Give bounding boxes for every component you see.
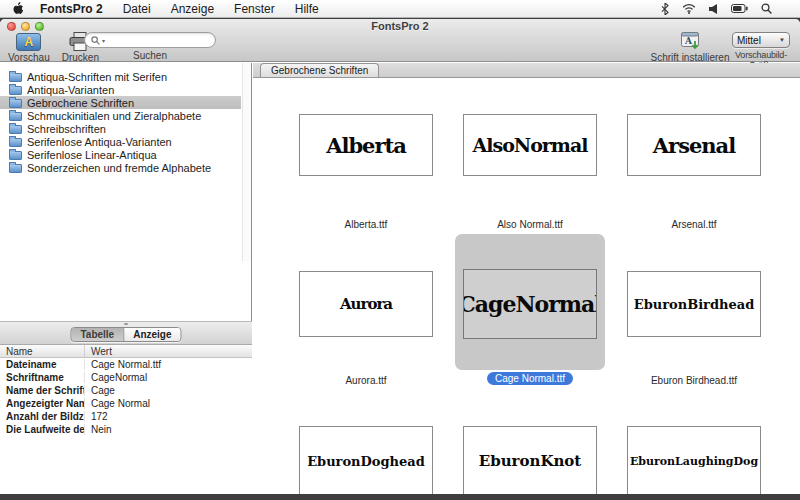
font-file-label: Arsenal.ttf — [627, 219, 761, 230]
font-card-eburondoghead[interactable]: EburonDoghead — [299, 426, 433, 494]
column-header-name[interactable]: Name — [0, 345, 85, 357]
sidebar-item-serifenlose-linear[interactable]: Serifenlose Linear-Antiqua — [0, 148, 241, 161]
bluetooth-icon[interactable] — [661, 3, 669, 15]
font-file-label: Also Normal.ttf — [463, 219, 597, 230]
menu-hilfe[interactable]: Hilfe — [295, 2, 319, 16]
folder-icon — [9, 164, 22, 173]
table-header-row: Name Wert — [0, 345, 252, 358]
column-header-wert[interactable]: Wert — [85, 345, 252, 357]
preview-size-value: Mittel — [737, 35, 761, 46]
property-value: 172 — [85, 411, 252, 422]
sidebar-item-serifenlose-antiqua[interactable]: Serifenlose Antiqua-Varianten — [0, 135, 241, 148]
font-preview-text: CageNormal — [463, 291, 597, 317]
font-file-label: Eburon Birdhead.ttf — [627, 375, 761, 386]
font-preview-text: EburonKnot — [479, 452, 582, 470]
window-content: Antiqua-Schriften mit Serifen Antiqua-Va… — [0, 63, 800, 494]
table-row: Anzahl der Bildz... 172 — [0, 410, 252, 423]
table-row: Schriftname CageNormal — [0, 371, 252, 384]
menu-anzeige[interactable]: Anzeige — [171, 2, 214, 16]
font-card-aurora[interactable]: Aurora — [299, 271, 433, 337]
font-preview-text: EburonBirdhead — [634, 297, 755, 312]
battery-icon[interactable] — [731, 4, 748, 13]
sidebar-item-label: Antiqua-Schriften mit Serifen — [27, 71, 167, 83]
font-card-eburonknot[interactable]: EburonKnot — [463, 426, 597, 494]
property-value: Cage — [85, 385, 252, 396]
tab-anzeige[interactable]: Anzeige — [124, 328, 180, 341]
table-row: Die Laufweite de... Nein — [0, 423, 252, 436]
property-name: Anzahl der Bildz... — [0, 411, 85, 422]
property-value: Cage Normal.ttf — [85, 359, 252, 370]
preview-button[interactable]: A Vorschau — [8, 32, 50, 63]
desktop: FontsPro 2 Datei Anzeige Fenster Hilfe — [0, 0, 800, 500]
property-name: Name der Schrift... — [0, 385, 85, 396]
sidebar-item-gebrochene-schriften[interactable]: Gebrochene Schriften — [0, 96, 241, 109]
font-card-alsonormal[interactable]: AlsoNormal — [463, 114, 597, 176]
search-input[interactable]: ▾ — [84, 32, 216, 48]
preview-size-dropdown[interactable]: Mittel ▼ — [732, 32, 790, 48]
window-title: FontsPro 2 — [0, 20, 800, 32]
menubar: FontsPro 2 Datei Anzeige Fenster Hilfe — [0, 0, 800, 18]
sidebar-item-antiqua-varianten[interactable]: Antiqua-Varianten — [0, 83, 241, 96]
wifi-icon[interactable] — [682, 3, 696, 14]
install-font-label: Schrift installieren — [651, 52, 730, 63]
sidebar-item-label: Sonderzeichen und fremde Alphabete — [27, 162, 211, 174]
volume-icon[interactable] — [709, 4, 718, 14]
spotlight-icon[interactable] — [761, 3, 772, 14]
category-list: Antiqua-Schriften mit Serifen Antiqua-Va… — [0, 70, 241, 174]
dropdown-arrow-icon: ▼ — [779, 37, 785, 43]
menu-datei[interactable]: Datei — [123, 2, 151, 16]
sidebar-item-schmuckinitialen[interactable]: Schmuckinitialen und Zieralphabete — [0, 109, 241, 122]
table-row: Name der Schrift... Cage — [0, 384, 252, 397]
main-pane: Gebrochene Schriften Alberta AlsoNormal … — [253, 63, 800, 494]
sidebar-item-label: Antiqua-Varianten — [27, 84, 114, 96]
install-font-icon: A — [678, 32, 702, 51]
property-name: Dateiname — [0, 359, 85, 370]
font-card-alberta[interactable]: Alberta — [299, 114, 433, 176]
folder-icon — [9, 112, 22, 121]
sidebar-item-schreibschriften[interactable]: Schreibschriften — [0, 122, 241, 135]
sidebar-item-antiqua-serifen[interactable]: Antiqua-Schriften mit Serifen — [0, 70, 241, 83]
sidebar-item-sonderzeichen[interactable]: Sonderzeichen und fremde Alphabete — [0, 161, 241, 174]
sidebar-scrollbar[interactable] — [242, 63, 251, 261]
folder-icon — [9, 138, 22, 147]
splitter-handle-icon[interactable] — [124, 323, 128, 325]
tab-gebrochene-schriften[interactable]: Gebrochene Schriften — [260, 63, 379, 77]
window-titlebar[interactable]: FontsPro 2 A Vorschau — [0, 19, 800, 62]
property-value: Cage Normal — [85, 398, 252, 409]
font-preview-text: EburonDoghead — [307, 454, 425, 469]
font-property-table: Name Wert Dateiname Cage Normal.ttf Schr… — [0, 345, 252, 494]
search-scope-chevron-icon[interactable]: ▾ — [102, 37, 105, 44]
font-card-cagenormal[interactable]: CageNormal — [463, 269, 597, 339]
search-label: Suchen — [84, 50, 216, 61]
preview-icon: A — [16, 33, 41, 51]
menu-fenster[interactable]: Fenster — [234, 2, 275, 16]
document-tabstrip: Gebrochene Schriften — [253, 63, 800, 78]
font-preview-text: EburonLaughingDog — [630, 455, 758, 468]
apple-menu-icon[interactable] — [12, 2, 24, 16]
sidebar-item-label: Serifenlose Linear-Antiqua — [27, 149, 157, 161]
sidebar-item-label: Schreibschriften — [27, 123, 106, 135]
font-preview-text: AlsoNormal — [472, 134, 587, 156]
folder-icon — [9, 99, 22, 108]
folder-icon — [9, 73, 22, 82]
selected-font-file-label[interactable]: Cage Normal.ttf — [487, 372, 573, 385]
font-preview-text: Alberta — [326, 133, 406, 158]
pane-splitter[interactable]: Tabelle Anzeige — [0, 321, 252, 345]
menubar-app-name[interactable]: FontsPro 2 — [40, 2, 103, 16]
svg-text:A: A — [684, 36, 693, 46]
sidebar-item-label: Serifenlose Antiqua-Varianten — [27, 136, 172, 148]
font-preview-text: Aurora — [340, 295, 392, 313]
font-file-label: Aurora.ttf — [299, 375, 433, 386]
table-row: Angezeigter Name Cage Normal — [0, 397, 252, 410]
sidebar-item-label: Schmuckinitialen und Zieralphabete — [27, 110, 201, 122]
inspector-tab-switch: Tabelle Anzeige — [70, 327, 181, 342]
font-card-eburonbirdhead[interactable]: EburonBirdhead — [627, 271, 761, 337]
font-card-eburonlaughingdog[interactable]: EburonLaughingDog — [627, 426, 761, 494]
tab-tabelle[interactable]: Tabelle — [71, 328, 124, 341]
folder-icon — [9, 86, 22, 95]
sidebar: Antiqua-Schriften mit Serifen Antiqua-Va… — [0, 63, 252, 494]
search-icon — [91, 36, 100, 45]
font-file-label: Alberta.ttf — [299, 219, 433, 230]
font-card-arsenal[interactable]: Arsenal — [627, 114, 761, 176]
font-grid: Alberta AlsoNormal Arsenal Alberta.ttf A… — [253, 78, 800, 494]
